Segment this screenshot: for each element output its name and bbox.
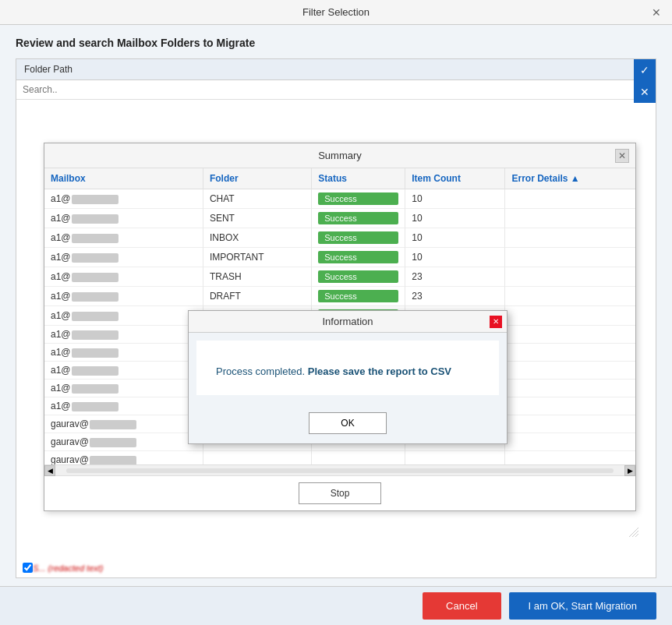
window-close-button[interactable]: ✕	[649, 5, 664, 20]
folder-path-label: Folder Path	[24, 64, 73, 75]
cell-error-details	[505, 380, 635, 397]
col-status: Status	[312, 168, 405, 189]
status-badge: Success	[318, 231, 398, 244]
toolbar-check-button[interactable]: ✓	[634, 59, 656, 81]
cell-folder	[203, 451, 311, 465]
cell-item-count: 10	[405, 248, 505, 267]
info-message-part2: Please save the report to CSV	[308, 365, 451, 377]
svg-line-2	[635, 534, 638, 537]
table-header-row: Mailbox Folder Status Item Count Error D…	[44, 168, 635, 189]
start-migration-button[interactable]: I am OK, Start Migration	[509, 592, 656, 620]
search-bar: 🔍	[16, 80, 656, 100]
content-area: Review and search Mailbox Folders to Mig…	[0, 25, 672, 586]
status-badge: Success	[318, 290, 398, 302]
title-bar: Filter Selection ✕	[0, 0, 672, 25]
cell-error-details	[505, 397, 635, 415]
information-dialog: Information ✕ Process completed. Please …	[188, 310, 508, 444]
status-badge: Success	[318, 192, 398, 205]
table-row: a1@IMPORTANTSuccess10	[44, 248, 635, 267]
scroll-track	[66, 468, 614, 473]
cell-folder: IMPORTANT	[203, 248, 311, 267]
cell-error-details	[505, 228, 635, 248]
action-bar: Cancel I am OK, Start Migration	[0, 586, 672, 625]
col-mailbox: Mailbox	[44, 168, 203, 189]
cell-error-details	[505, 415, 635, 433]
cell-status: Success	[312, 209, 405, 228]
cell-mailbox: gaurav@	[44, 451, 203, 465]
cell-mailbox: a1@	[44, 306, 203, 326]
checkbox-input[interactable]	[23, 563, 33, 573]
cell-status: Success	[312, 228, 405, 248]
cell-status: Success	[312, 287, 405, 306]
cell-mailbox: a1@	[44, 344, 203, 362]
cell-item-count: 23	[405, 267, 505, 287]
cell-mailbox: gaurav@	[44, 433, 203, 451]
cell-mailbox: a1@	[44, 362, 203, 380]
summary-close-button[interactable]: ✕	[615, 149, 629, 163]
cell-mailbox: a1@	[44, 209, 203, 228]
summary-title-bar: Summary ✕	[44, 143, 635, 168]
cell-mailbox: a1@	[44, 397, 203, 415]
cell-mailbox: a1@	[44, 248, 203, 267]
horizontal-scrollbar[interactable]: ◀ ▶	[44, 464, 635, 475]
cell-mailbox: a1@	[44, 287, 203, 306]
col-error-details: Error Details ▲	[505, 168, 635, 189]
cell-error-details	[505, 326, 635, 344]
cell-mailbox: a1@	[44, 326, 203, 344]
scroll-left-button[interactable]: ◀	[44, 465, 55, 476]
table-row: a1@TRASHSuccess23	[44, 267, 635, 287]
table-row: a1@INBOXSuccess10	[44, 228, 635, 248]
summary-title: Summary	[318, 150, 362, 161]
cell-folder: CHAT	[203, 189, 311, 209]
summary-area: Summary ✕ Mailbox Folder Status Item	[16, 100, 656, 577]
status-badge: Success	[318, 251, 398, 263]
col-item-count: Item Count	[405, 168, 505, 189]
cell-folder: INBOX	[203, 228, 311, 248]
filter-panel: Folder Path ▲ ✓ ✕ 🔍 Summary	[16, 58, 656, 578]
status-badge: Success	[318, 212, 398, 224]
cell-mailbox: a1@	[44, 189, 203, 209]
window-title: Filter Selection	[302, 6, 370, 18]
cell-error-details	[505, 344, 635, 362]
resize-handle[interactable]	[629, 528, 638, 537]
cell-status: Success	[312, 189, 405, 209]
page-title: Review and search Mailbox Folders to Mig…	[16, 37, 656, 49]
info-footer: OK	[189, 403, 507, 443]
info-title-bar: Information ✕	[189, 311, 507, 333]
cancel-button[interactable]: Cancel	[423, 592, 500, 620]
cell-item-count: 10	[405, 189, 505, 209]
search-input[interactable]	[23, 84, 636, 95]
table-row: a1@SENTSuccess10	[44, 209, 635, 228]
cell-status: Success	[312, 248, 405, 267]
cell-status	[312, 451, 405, 465]
cell-item-count: 23	[405, 287, 505, 306]
cell-error-details	[505, 306, 635, 326]
ok-button[interactable]: OK	[309, 412, 386, 434]
info-body: Process completed. Please save the repor…	[196, 341, 499, 395]
col-folder: Folder	[203, 168, 311, 189]
right-toolbar: ✓ ✕	[634, 59, 656, 103]
cell-folder: TRASH	[203, 267, 311, 287]
table-row: a1@CHATSuccess10	[44, 189, 635, 209]
info-message: Process completed. Please save the repor…	[216, 364, 479, 380]
info-message-part1: Process completed.	[216, 365, 308, 377]
cell-error-details	[505, 248, 635, 267]
table-row: a1@DRAFTSuccess23	[44, 287, 635, 306]
cell-mailbox: gaurav@	[44, 415, 203, 433]
cell-item-count: 10	[405, 209, 505, 228]
cell-mailbox: a1@	[44, 267, 203, 287]
cell-error-details	[505, 362, 635, 380]
table-row: gaurav@	[44, 451, 635, 465]
cell-mailbox: a1@	[44, 228, 203, 248]
checkbox-label: S... (redacted text)	[33, 563, 103, 573]
stop-area: Stop	[44, 475, 635, 510]
cell-item-count	[405, 451, 505, 465]
cell-error-details	[505, 287, 635, 306]
scroll-right-button[interactable]: ▶	[624, 465, 635, 476]
checkbox-row: S... (redacted text)	[16, 560, 109, 576]
cell-folder: DRAFT	[203, 287, 311, 306]
cell-status: Success	[312, 267, 405, 287]
stop-button[interactable]: Stop	[299, 482, 382, 504]
info-close-button[interactable]: ✕	[490, 316, 502, 328]
cell-error-details	[505, 451, 635, 465]
